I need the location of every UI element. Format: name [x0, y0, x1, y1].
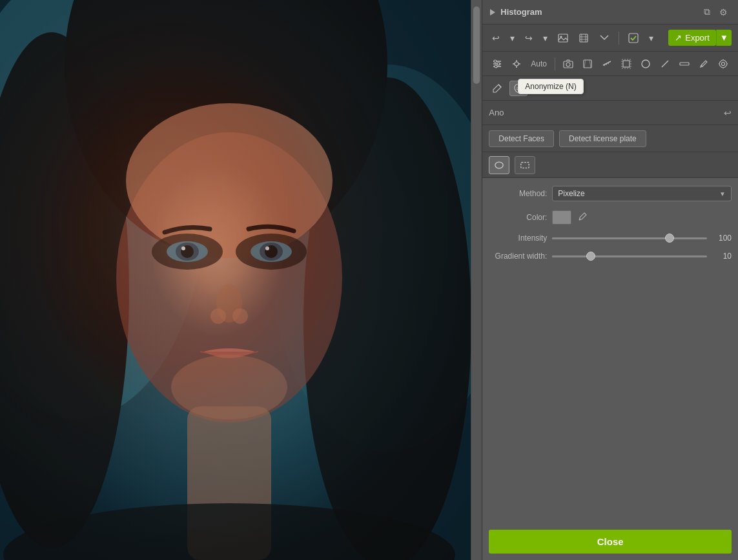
- tools-row: Auto: [482, 52, 738, 76]
- gradient-track: [552, 255, 707, 257]
- svg-point-45: [566, 63, 570, 66]
- brush-tool[interactable]: [489, 81, 506, 95]
- method-dropdown-arrow: ▼: [719, 190, 726, 197]
- color-swatch[interactable]: [552, 210, 571, 225]
- ruler-tool[interactable]: [599, 57, 615, 71]
- portrait-image: [0, 0, 471, 560]
- auto-label-btn[interactable]: Auto: [528, 57, 550, 70]
- export-dropdown-button[interactable]: ▼: [716, 30, 732, 46]
- svg-point-43: [515, 62, 518, 66]
- transform-button[interactable]: [575, 31, 592, 45]
- gradient-label: Gradient width:: [489, 252, 547, 261]
- gradient-fill: [552, 255, 586, 257]
- undo-icon: ↩: [492, 33, 500, 43]
- tools-divider: [555, 57, 555, 70]
- detect-row: Detect Faces Detect license plate: [482, 125, 738, 152]
- detect-license-label: Detect license plate: [569, 134, 637, 143]
- check-dropdown[interactable]: ▾: [646, 31, 657, 45]
- camera-tool[interactable]: [560, 57, 577, 71]
- undo-button[interactable]: ↩: [489, 31, 503, 45]
- eyedropper-button[interactable]: [577, 211, 588, 225]
- detect-faces-button[interactable]: Detect Faces: [489, 130, 554, 147]
- right-panel: Histogram ⧉ ⚙ ↩ ▾ ↪ ▾ ▾: [482, 0, 738, 560]
- svg-rect-32: [629, 34, 638, 43]
- gear-tool[interactable]: [715, 57, 732, 71]
- svg-point-38: [495, 65, 497, 68]
- settings-gear-icon[interactable]: ⚙: [717, 6, 730, 19]
- redo-icon: ↪: [525, 33, 533, 43]
- anonymize-label: Ano: [489, 108, 504, 117]
- gradient-width-row: Gradient width: 10: [489, 252, 732, 261]
- detect-faces-label: Detect Faces: [498, 134, 544, 143]
- anonymize-tooltip: Anonymize (N): [518, 79, 583, 94]
- svg-point-37: [497, 63, 500, 65]
- intensity-fill: [552, 237, 665, 239]
- svg-rect-24: [0, 0, 471, 560]
- rect-shape-button[interactable]: [515, 156, 535, 174]
- perspective-tool[interactable]: [579, 57, 596, 71]
- crop-tool[interactable]: [618, 57, 635, 71]
- export-button[interactable]: ↗ Export: [668, 30, 716, 46]
- svg-rect-57: [680, 63, 689, 65]
- histogram-title: Histogram: [500, 7, 542, 17]
- intensity-row: Intensity 100: [489, 234, 732, 243]
- toolbar-divider: [619, 32, 619, 45]
- svg-line-60: [498, 85, 501, 87]
- magic-wand-tool[interactable]: [508, 57, 525, 71]
- method-value: Pixelize: [558, 189, 584, 198]
- redo-dropdown-button[interactable]: ▾: [540, 31, 551, 45]
- line-tool[interactable]: [676, 57, 693, 71]
- color-label: Color:: [489, 213, 547, 222]
- auto-text: Auto: [531, 59, 547, 68]
- image-panel: [0, 0, 471, 560]
- svg-point-36: [494, 60, 497, 63]
- svg-rect-25: [559, 34, 568, 42]
- shape-row: [482, 152, 738, 178]
- anonymize-row: Ano ↩: [482, 101, 738, 125]
- svg-point-59: [722, 62, 725, 65]
- gradient-slider[interactable]: [552, 255, 707, 257]
- svg-line-58: [701, 65, 702, 66]
- expand-icon[interactable]: [490, 9, 495, 15]
- tooltip-text: Anonymize (N): [525, 82, 576, 91]
- window-icon[interactable]: ⧉: [701, 5, 713, 19]
- toolbar-row: ↩ ▾ ↪ ▾ ▾ ↗ Export ▼: [482, 25, 738, 52]
- method-label: Method:: [489, 189, 547, 198]
- tools-row2: ▲ T Anonymize (N): [482, 76, 738, 101]
- undo-dropdown-button[interactable]: ▾: [507, 31, 518, 45]
- close-button[interactable]: Close: [489, 530, 732, 554]
- ellipse-shape-button[interactable]: [489, 156, 509, 174]
- method-row: Method: Pixelize ▼: [489, 186, 732, 201]
- circle-tool[interactable]: [637, 57, 654, 71]
- redo-button[interactable]: ↪: [522, 31, 536, 45]
- svg-rect-65: [521, 162, 529, 168]
- svg-point-64: [495, 162, 503, 168]
- method-dropdown[interactable]: Pixelize ▼: [552, 186, 732, 201]
- close-btn-wrapper: Close: [482, 525, 738, 560]
- pencil-tool[interactable]: [695, 57, 712, 71]
- detect-license-button[interactable]: Detect license plate: [559, 130, 646, 147]
- verify-button[interactable]: [625, 31, 642, 45]
- intensity-value: 100: [712, 234, 732, 243]
- intensity-thumb[interactable]: [665, 234, 674, 243]
- color-row: Color:: [489, 210, 732, 225]
- gradient-thumb[interactable]: [586, 252, 595, 261]
- intensity-label: Intensity: [489, 234, 547, 243]
- undo-anonymize-button[interactable]: ↩: [724, 108, 732, 118]
- gradient-value: 10: [712, 252, 732, 261]
- image-button[interactable]: [555, 31, 571, 45]
- export-label: Export: [685, 33, 710, 43]
- svg-rect-27: [580, 34, 588, 42]
- scrollbar[interactable]: [471, 0, 482, 560]
- intensity-slider[interactable]: [552, 237, 707, 239]
- more-button[interactable]: [596, 31, 613, 45]
- settings-area: Method: Pixelize ▼ Color: Intensity: [482, 178, 738, 525]
- sliders-tool[interactable]: [489, 57, 506, 71]
- scroll-thumb[interactable]: [473, 6, 480, 84]
- export-icon: ↗: [675, 33, 682, 43]
- svg-rect-53: [623, 61, 630, 67]
- svg-point-55: [642, 60, 650, 68]
- svg-line-48: [589, 60, 591, 68]
- svg-point-66: [579, 218, 581, 220]
- pen-tool[interactable]: [657, 57, 673, 71]
